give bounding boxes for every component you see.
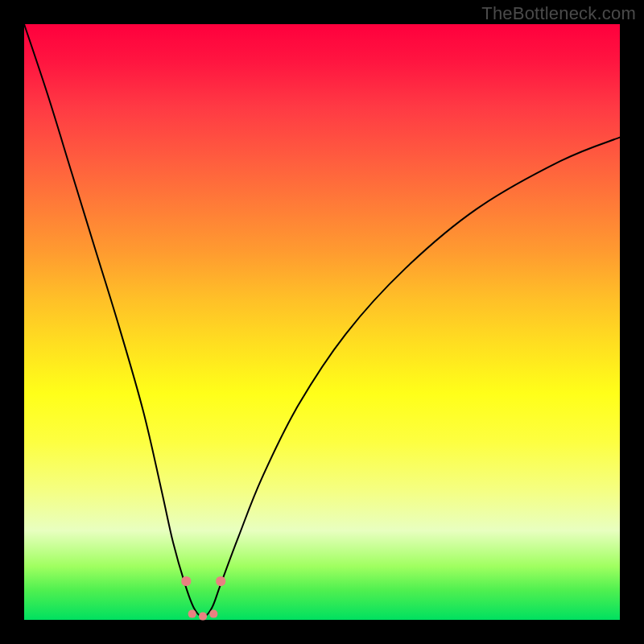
- plot-area: [24, 24, 620, 620]
- trough-markers: [181, 576, 225, 621]
- trough-marker-right: [216, 576, 225, 586]
- attribution-label: TheBottleneck.com: [481, 3, 636, 24]
- trough-base-mid: [199, 613, 207, 621]
- chart-frame: TheBottleneck.com: [0, 0, 644, 644]
- trough-base-right: [209, 610, 217, 618]
- trough-marker-left: [181, 576, 191, 586]
- trough-base-left: [188, 610, 196, 618]
- curve-svg: [24, 24, 620, 620]
- bottleneck-curve: [24, 24, 620, 617]
